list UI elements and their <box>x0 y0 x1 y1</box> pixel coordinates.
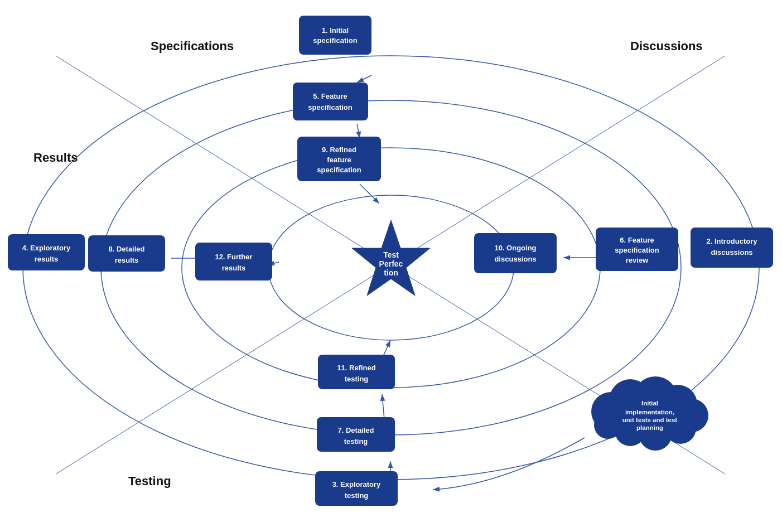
node-1-initial-specification: 1. Initial specification <box>299 16 371 55</box>
svg-text:results: results <box>35 255 59 263</box>
svg-rect-35 <box>88 235 165 272</box>
svg-text:12. Further: 12. Further <box>215 253 252 261</box>
results-label: Results <box>33 151 78 165</box>
svg-text:9. Refined: 9. Refined <box>322 146 356 154</box>
svg-text:Perfec: Perfec <box>379 259 403 268</box>
svg-text:3. Exploratory: 3. Exploratory <box>332 480 381 489</box>
svg-text:tion: tion <box>384 268 398 277</box>
node-4-exploratory-results: 4. Exploratory results <box>8 234 85 270</box>
svg-text:Initial: Initial <box>641 400 658 407</box>
node-6-feature-specification-review: 6. Feature specification review <box>596 228 678 271</box>
svg-text:unit tests and test: unit tests and test <box>622 417 678 423</box>
svg-text:results: results <box>222 264 246 272</box>
svg-rect-12 <box>299 16 371 55</box>
svg-text:specification: specification <box>317 166 361 174</box>
svg-rect-38 <box>195 243 272 280</box>
svg-rect-15 <box>293 83 368 120</box>
svg-text:planning: planning <box>636 424 663 431</box>
node-12-further-results: 12. Further results <box>195 243 272 280</box>
node-3-exploratory-testing: 3. Exploratory testing <box>315 471 398 506</box>
svg-rect-22 <box>691 228 773 268</box>
svg-text:4. Exploratory: 4. Exploratory <box>22 244 71 252</box>
svg-text:1. Initial: 1. Initial <box>322 26 349 35</box>
svg-text:review: review <box>626 256 649 264</box>
node-11-refined-testing: 11. Refined testing <box>318 355 395 389</box>
node-8-detailed-results: 8. Detailed results <box>88 235 165 272</box>
svg-text:testing: testing <box>345 375 369 383</box>
svg-text:specification: specification <box>313 36 358 45</box>
svg-rect-32 <box>8 234 85 270</box>
svg-text:10. Ongoing: 10. Ongoing <box>494 244 536 252</box>
svg-text:5. Feature: 5. Feature <box>313 92 347 100</box>
specifications-label: Specifications <box>151 39 234 53</box>
svg-text:8. Detailed: 8. Detailed <box>108 245 144 253</box>
svg-text:specification: specification <box>308 103 353 112</box>
node-9-refined-feature-specification: 9. Refined feature specification <box>297 137 381 181</box>
node-5-feature-specification: 5. Feature specification <box>293 83 368 120</box>
svg-rect-29 <box>474 233 557 273</box>
discussions-label: Discussions <box>630 39 703 53</box>
svg-text:2. Introductory: 2. Introductory <box>706 237 757 245</box>
svg-text:specification: specification <box>615 246 659 254</box>
svg-text:testing: testing <box>345 491 369 500</box>
svg-text:implementation,: implementation, <box>625 409 674 415</box>
svg-text:discussions: discussions <box>494 255 536 263</box>
svg-text:discussions: discussions <box>711 248 752 257</box>
svg-text:feature: feature <box>327 156 351 164</box>
node-7-detailed-testing: 7. Detailed testing <box>317 417 395 452</box>
svg-text:7. Detailed: 7. Detailed <box>337 426 374 434</box>
node-cloud-initial-implementation: Initial implementation, unit tests and t… <box>591 376 708 451</box>
testing-label: Testing <box>128 474 171 488</box>
svg-text:results: results <box>115 256 139 264</box>
node-10-ongoing-discussions: 10. Ongoing discussions <box>474 233 557 273</box>
svg-text:testing: testing <box>344 437 368 446</box>
svg-text:11. Refined: 11. Refined <box>337 364 375 372</box>
node-2-introductory-discussions: 2. Introductory discussions <box>691 228 773 268</box>
svg-text:6. Feature: 6. Feature <box>620 236 654 244</box>
svg-text:Test: Test <box>383 250 399 259</box>
